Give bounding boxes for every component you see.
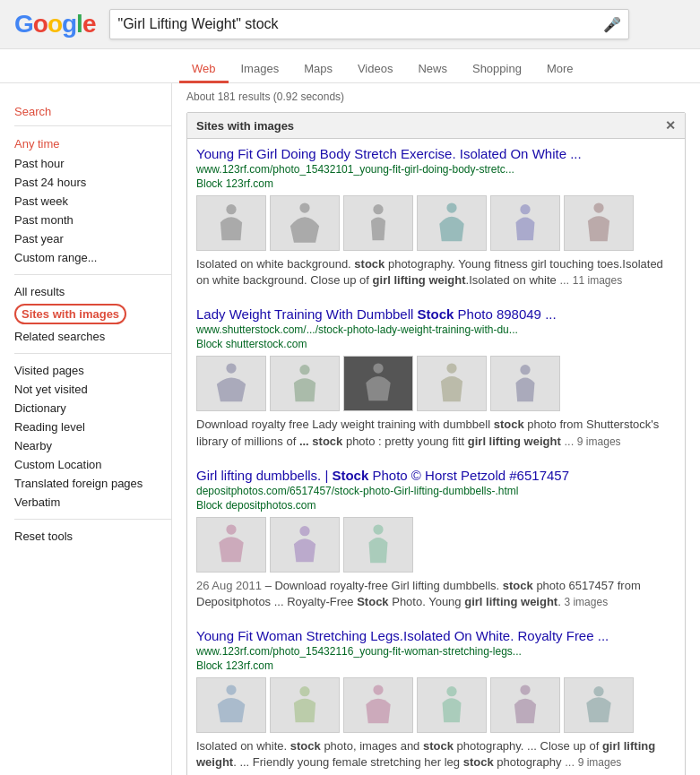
sidebar-item-past-year[interactable]: Past year: [14, 229, 171, 248]
thumb-1-2[interactable]: [270, 195, 340, 251]
thumb-1-1[interactable]: [196, 195, 266, 251]
sidebar-divider-3: [14, 353, 171, 354]
svg-point-0: [226, 204, 236, 214]
sidebar-item-past-hour[interactable]: Past hour: [14, 154, 171, 173]
logo-e: e: [82, 10, 96, 38]
thumb-2-2[interactable]: [270, 356, 340, 411]
tab-images[interactable]: Images: [229, 56, 292, 83]
result-1-url: www.123rf.com/photo_15432101_young-fit-g…: [196, 163, 676, 176]
sidebar-item-reset-tools[interactable]: Reset tools: [14, 527, 171, 546]
svg-point-11: [226, 524, 236, 534]
result-4-title[interactable]: Young Fit Woman Stretching Legs.Isolated…: [196, 628, 609, 643]
tab-more[interactable]: More: [534, 56, 586, 83]
sidebar-item-past-month[interactable]: Past month: [14, 211, 171, 229]
svg-point-3: [446, 202, 456, 212]
thumb-1-6[interactable]: [564, 195, 634, 251]
svg-point-9: [446, 364, 456, 374]
sidebar-divider-4: [14, 519, 171, 520]
thumb-2-3[interactable]: [343, 356, 413, 411]
logo-o1: o: [33, 10, 48, 38]
svg-point-8: [373, 364, 383, 374]
sites-box-close-button[interactable]: ✕: [665, 118, 676, 133]
logo-o2: o: [48, 10, 62, 38]
svg-point-7: [299, 365, 309, 375]
sidebar-item-related-searches[interactable]: Related searches: [14, 327, 171, 346]
header: Google 🎤: [0, 0, 700, 49]
nav-tabs: Web Images Maps Videos News Shopping Mor…: [0, 49, 700, 83]
result-1-snippet: Isolated on white background. stock phot…: [196, 256, 676, 288]
body: Search Any time Past hour Past 24 hours …: [0, 83, 700, 775]
sidebar-item-past-week[interactable]: Past week: [14, 192, 171, 211]
sidebar-item-all-results[interactable]: All results: [14, 282, 171, 301]
result-4-block-link[interactable]: Block 123rf.com: [196, 659, 676, 672]
sites-with-images-box: Sites with images ✕ Young Fit Girl Doing…: [186, 112, 686, 775]
svg-point-17: [446, 686, 456, 696]
thumb-3-2[interactable]: [270, 517, 340, 573]
result-2-block-link[interactable]: Block shutterstock.com: [196, 338, 676, 350]
tab-web[interactable]: Web: [179, 56, 229, 83]
svg-point-6: [226, 364, 236, 374]
sidebar-item-past-24[interactable]: Past 24 hours: [14, 173, 171, 192]
result-3-url: depositphotos.com/6517457/stock-photo-Gi…: [196, 485, 676, 497]
thumb-1-3[interactable]: [343, 195, 413, 251]
result-3-block-link[interactable]: Block depositphotos.com: [196, 499, 676, 512]
result-stats: About 181 results (0.92 seconds): [186, 90, 686, 103]
mic-icon[interactable]: 🎤: [603, 16, 621, 33]
tab-news[interactable]: News: [405, 56, 460, 83]
thumb-1-4[interactable]: [417, 195, 487, 251]
tab-shopping[interactable]: Shopping: [460, 56, 534, 83]
sidebar-item-dictionary[interactable]: Dictionary: [14, 399, 171, 418]
sidebar-item-not-yet-visited[interactable]: Not yet visited: [14, 380, 171, 399]
sidebar-item-visited-pages[interactable]: Visited pages: [14, 361, 171, 380]
sidebar-item-reading-level[interactable]: Reading level: [14, 418, 171, 436]
thumb-4-1[interactable]: [196, 677, 266, 733]
main-content: About 181 results (0.92 seconds) Sites w…: [172, 83, 700, 775]
thumb-4-6[interactable]: [564, 677, 634, 733]
thumb-3-3[interactable]: [343, 517, 413, 573]
thumb-4-2[interactable]: [270, 677, 340, 733]
result-2-snippet: Download royalty free Lady weight traini…: [196, 417, 676, 449]
result-1-thumbs: [196, 195, 676, 251]
search-bar[interactable]: 🎤: [109, 9, 629, 39]
thumb-2-5[interactable]: [490, 356, 560, 411]
tab-maps[interactable]: Maps: [291, 56, 345, 83]
svg-point-5: [593, 202, 603, 212]
result-4-snippet: Isolated on white. stock photo, images a…: [196, 738, 676, 771]
result-4-url: www.123rf.com/photo_15432116_young-fit-w…: [196, 645, 676, 658]
svg-point-18: [520, 685, 530, 695]
thumb-2-1[interactable]: [196, 356, 266, 411]
sidebar-item-sites-with-images[interactable]: Sites with images: [14, 301, 126, 327]
thumb-4-4[interactable]: [417, 677, 487, 733]
search-input[interactable]: [117, 16, 600, 32]
sidebar-item-nearby[interactable]: Nearby: [14, 436, 171, 455]
svg-point-19: [593, 686, 603, 696]
thumb-3-1[interactable]: [196, 517, 266, 573]
result-3: Girl lifting dumbbells. | Stock Photo © …: [196, 468, 676, 610]
svg-point-14: [226, 685, 236, 695]
sidebar-item-custom-location[interactable]: Custom Location: [14, 455, 171, 474]
logo-g2: g: [62, 10, 76, 38]
svg-point-2: [373, 204, 383, 214]
svg-point-13: [373, 524, 383, 534]
result-2-title[interactable]: Lady Weight Training With Dumbbell Stock…: [196, 306, 557, 322]
sites-box-content: Young Fit Girl Doing Body Stretch Exerci…: [187, 139, 685, 775]
svg-point-1: [299, 202, 309, 212]
result-2-url: www.shutterstock.com/.../stock-photo-lad…: [196, 323, 676, 336]
result-2-thumbs: [196, 356, 676, 411]
result-1-title[interactable]: Young Fit Girl Doing Body Stretch Exerci…: [196, 146, 582, 161]
sidebar-item-verbatim[interactable]: Verbatim: [14, 493, 171, 512]
result-3-title[interactable]: Girl lifting dumbbells. | Stock Photo © …: [196, 468, 569, 483]
thumb-1-5[interactable]: [490, 195, 560, 251]
result-1-block-link[interactable]: Block 123rf.com: [196, 177, 676, 190]
google-logo: Google: [14, 10, 95, 39]
thumb-4-5[interactable]: [490, 677, 560, 733]
tab-videos[interactable]: Videos: [345, 56, 406, 83]
sites-box-title: Sites with images: [196, 119, 294, 133]
sidebar-item-custom-range[interactable]: Custom range...: [14, 248, 171, 267]
any-time-label[interactable]: Any time: [14, 137, 171, 151]
thumb-2-4[interactable]: [417, 356, 487, 411]
sidebar-item-translated-foreign[interactable]: Translated foreign pages: [14, 474, 171, 493]
thumb-4-3[interactable]: [343, 677, 413, 733]
svg-point-10: [520, 365, 530, 375]
svg-point-12: [299, 526, 309, 536]
